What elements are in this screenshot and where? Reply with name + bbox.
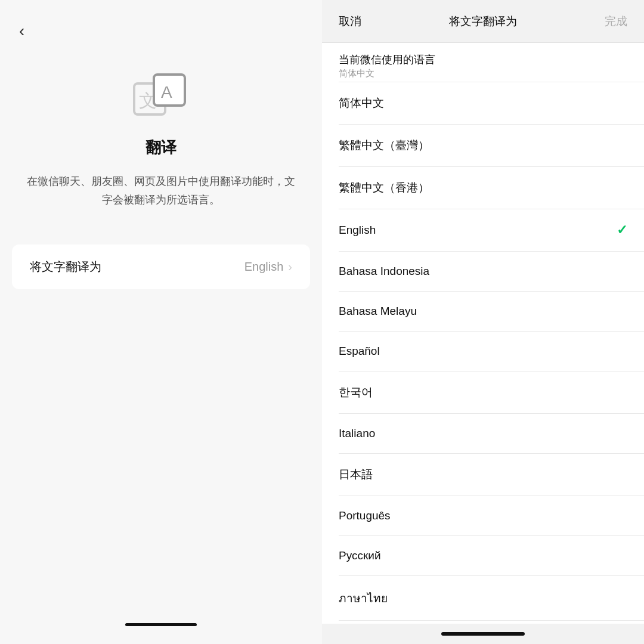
translate-description: 在微信聊天、朋友圈、网页及图片中使用翻译功能时，文字会被翻译为所选语言。 <box>0 172 322 209</box>
modal-title: 将文字翻译为 <box>449 14 517 29</box>
left-content: 文 A 翻译 在微信聊天、朋友圈、网页及图片中使用翻译功能时，文字会被翻译为所选… <box>0 24 322 289</box>
current-language-header: 当前微信使用的语言 简体中文 <box>322 43 644 82</box>
svg-text:A: A <box>161 83 172 101</box>
list-item[interactable]: Italiano <box>322 414 644 453</box>
home-indicator <box>125 623 197 626</box>
language-name: Português <box>339 509 391 522</box>
translate-to-setting[interactable]: 将文字翻译为 English › <box>12 244 310 289</box>
list-item[interactable]: English✓ <box>322 209 644 251</box>
translate-icon: 文 A <box>131 72 191 119</box>
bottom-home-indicator <box>441 632 525 636</box>
language-name: 繁體中文（香港） <box>339 180 429 196</box>
language-list: 当前微信使用的语言 简体中文 简体中文繁體中文（臺灣）繁體中文（香港）Engli… <box>322 43 644 624</box>
language-name: 繁體中文（臺灣） <box>339 138 429 153</box>
checkmark-icon: ✓ <box>617 222 627 238</box>
list-item[interactable]: ภาษาไทย <box>322 576 644 620</box>
language-name: Español <box>339 345 380 358</box>
setting-label: 将文字翻译为 <box>30 259 101 275</box>
current-lang-title: 当前微信使用的语言 <box>339 52 627 67</box>
list-item[interactable]: Bahasa Melayu <box>322 292 644 331</box>
list-item[interactable]: 日本語 <box>322 454 644 496</box>
current-lang-subtitle: 简体中文 <box>339 68 627 79</box>
list-item[interactable]: Español <box>322 332 644 371</box>
language-name: 简体中文 <box>339 95 384 111</box>
cancel-button[interactable]: 取消 <box>339 14 361 29</box>
list-item[interactable]: 繁體中文（臺灣） <box>322 125 644 166</box>
right-panel: 取消 将文字翻译为 完成 当前微信使用的语言 简体中文 简体中文繁體中文（臺灣）… <box>322 0 644 644</box>
modal-header: 取消 将文字翻译为 完成 <box>322 0 644 43</box>
page-title: 翻译 <box>145 137 177 158</box>
done-button[interactable]: 完成 <box>605 14 627 29</box>
language-name: ภาษาไทย <box>339 589 388 607</box>
list-item[interactable]: Português <box>322 496 644 535</box>
chevron-right-icon: › <box>288 260 292 274</box>
language-name: 한국어 <box>339 385 373 400</box>
list-item[interactable]: 繁體中文（香港） <box>322 167 644 209</box>
list-item[interactable]: 简体中文 <box>322 82 644 124</box>
language-name: 日本語 <box>339 467 373 482</box>
left-panel: ‹ 文 A 翻译 在微信聊天、朋友圈、网页及图片中使用翻译功能时，文字会被翻译为… <box>0 0 322 644</box>
back-button[interactable]: ‹ <box>19 23 24 39</box>
setting-value-text: English <box>244 260 284 274</box>
list-item[interactable]: Bahasa Indonesia <box>322 252 644 291</box>
language-name: Italiano <box>339 427 375 440</box>
language-name: Bahasa Melayu <box>339 305 417 318</box>
setting-value: English › <box>244 260 292 274</box>
language-name: Русский <box>339 549 381 562</box>
language-name: English <box>339 224 376 237</box>
list-item[interactable]: Tiếng Việt <box>322 621 644 624</box>
language-name: Bahasa Indonesia <box>339 265 429 278</box>
list-item[interactable]: 한국어 <box>322 371 644 413</box>
list-item[interactable]: Русский <box>322 536 644 575</box>
language-items-container: 简体中文繁體中文（臺灣）繁體中文（香港）English✓Bahasa Indon… <box>322 82 644 624</box>
